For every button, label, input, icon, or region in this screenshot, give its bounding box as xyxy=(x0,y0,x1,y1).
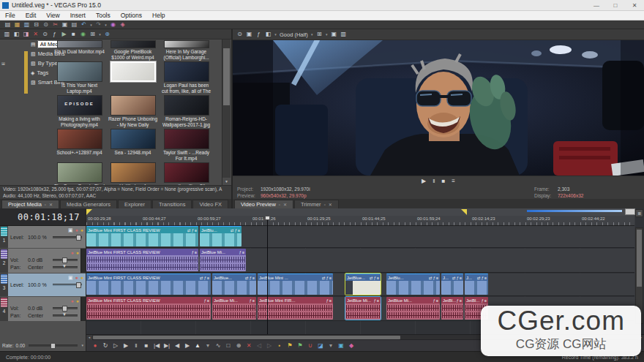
search-icon[interactable]: ⊕ xyxy=(102,30,112,39)
scroll-indicator-box[interactable] xyxy=(625,208,635,215)
tree-item-media-bins[interactable]: ▧Media Bins xyxy=(0,49,53,59)
menu-view[interactable]: View xyxy=(41,11,64,20)
track-header-1[interactable]: 1▣●●Level:100.0 % xyxy=(0,226,86,248)
media-item[interactable]: Taylor Swift - ...Ready For It.mp4 xyxy=(160,128,213,162)
timeline-event[interactable]: JetBlue Mi...ƒ≡ xyxy=(345,297,381,320)
delete-button[interactable]: ✕ xyxy=(244,340,254,352)
external-monitor-icon[interactable]: ▣ xyxy=(244,30,254,39)
render-as-icon[interactable]: ⊟ xyxy=(31,20,41,29)
next-frame-button[interactable]: ▶ xyxy=(182,340,192,352)
media-item[interactable]: Logan Paul has been cut from, like, all … xyxy=(160,61,213,94)
event-menu-icon[interactable]: ≡ xyxy=(207,298,209,303)
remove-media-icon[interactable]: ✕ xyxy=(31,30,40,39)
go-to-start-button[interactable]: |◀ xyxy=(151,340,162,352)
preview-menu-button[interactable]: ≡ xyxy=(452,176,455,186)
auto-preview-icon[interactable]: ◉ xyxy=(78,30,88,39)
loop-region-start-marker[interactable] xyxy=(86,209,92,215)
event-menu-icon[interactable]: ≡ xyxy=(436,276,438,280)
rate-control[interactable]: Rate: 0.00 ▾ xyxy=(2,341,83,350)
event-fx-icon[interactable]: ƒ xyxy=(192,228,194,233)
event-menu-icon[interactable]: ≡ xyxy=(377,298,379,303)
scroll-left-icon[interactable]: ◂ xyxy=(86,335,92,340)
mute-button[interactable]: ● xyxy=(71,249,74,256)
timeline-event[interactable]: J...⇄ƒ≡ xyxy=(465,274,488,295)
vol-slider[interactable] xyxy=(53,259,78,261)
pan-crop-icon[interactable]: ⇄ xyxy=(452,276,456,280)
play-button[interactable]: ▶ xyxy=(121,340,131,352)
split-screen-icon[interactable]: ◧ xyxy=(263,30,273,39)
dock-icon[interactable]: ▫ xyxy=(45,203,46,207)
playhead-cursor[interactable] xyxy=(267,216,268,334)
pan-crop-icon[interactable]: ⇄ xyxy=(231,228,234,233)
event-fx-icon[interactable]: ƒ xyxy=(433,276,435,280)
event-fx-icon[interactable]: ƒ xyxy=(374,298,376,303)
timeline-event[interactable]: JetBlue Mi...ƒ≡ xyxy=(212,297,256,320)
solo-button[interactable]: ● xyxy=(76,298,79,304)
event-fx-icon[interactable]: ƒ xyxy=(457,298,459,303)
composite-mode-icon[interactable]: ▣ xyxy=(68,227,73,233)
pan-crop-icon[interactable]: ⇄ xyxy=(370,276,373,280)
solo-button[interactable]: ● xyxy=(80,274,83,281)
media-item[interactable]: Sea - 12948.mp4 xyxy=(106,128,160,162)
media-item[interactable] xyxy=(106,61,160,94)
hscrollbar-thumb[interactable] xyxy=(93,336,400,339)
insert-marker-button[interactable]: ⚑ xyxy=(285,340,295,352)
tab-video-preview[interactable]: Video Preview▫✕ xyxy=(234,200,293,208)
selection-tool-button[interactable]: □ xyxy=(223,340,233,352)
project-video-properties-icon[interactable]: ⊙ xyxy=(235,30,244,39)
dock-icon[interactable]: ▫ xyxy=(324,203,326,207)
pan-crop-icon[interactable]: ⇄ xyxy=(200,276,203,280)
timeline-event[interactable]: JetBlue Mi...ƒ≡ xyxy=(200,249,246,271)
close-icon[interactable]: ✕ xyxy=(49,202,53,207)
event-menu-icon[interactable]: ≡ xyxy=(252,276,255,280)
preview-quality-dropdown[interactable]: Good (Half) xyxy=(280,31,308,38)
event-menu-icon[interactable]: ≡ xyxy=(377,276,379,280)
interactive-tutorials-icon[interactable]: ◉ xyxy=(108,20,118,29)
event-fx-icon[interactable]: ƒ xyxy=(250,298,252,303)
mute-button[interactable]: ● xyxy=(75,227,78,233)
track-lane-2[interactable]: JetBlue Mint FIRST CLASS REVIEWƒ≡JetBlue… xyxy=(86,249,634,273)
event-fx-icon[interactable]: ƒ xyxy=(204,298,206,303)
menu-help[interactable]: Help xyxy=(147,11,170,20)
event-menu-icon[interactable]: ≡ xyxy=(329,298,332,303)
pan-slider[interactable]: ▼ xyxy=(53,314,78,317)
media-item[interactable]: wwe_seth_rollins_8th_wal xyxy=(160,162,213,185)
lock-button[interactable]: ▪ xyxy=(274,340,285,352)
pan-crop-icon[interactable]: ⇄ xyxy=(187,228,191,233)
timeline-event[interactable]: JetBlue...⇄ƒ≡ xyxy=(212,274,256,295)
get-photo-icon[interactable]: ◨ xyxy=(21,30,31,39)
timeline-event[interactable]: J...⇄ƒ≡ xyxy=(441,274,463,295)
timeline-event[interactable]: JetBl...ƒ≡ xyxy=(441,297,463,320)
timeline-event[interactable]: JetBlue Mint FIRST CLASS REVIEW⇄ƒ≡ xyxy=(86,226,198,246)
pan-crop-icon[interactable]: ⇄ xyxy=(245,276,249,280)
close-icon[interactable]: ✕ xyxy=(329,202,332,207)
import-media-icon[interactable]: ▥ xyxy=(2,30,12,39)
event-menu-icon[interactable]: ≡ xyxy=(207,276,209,280)
timeline-event[interactable]: JetBlue Mint FIR...ƒ≡ xyxy=(258,297,333,320)
stop-button[interactable]: ■ xyxy=(441,176,445,186)
media-scrollbar[interactable]: ▼ xyxy=(222,39,231,185)
tab-transitions[interactable]: Transitions xyxy=(152,200,192,208)
solo-button[interactable]: ● xyxy=(80,227,83,233)
media-item[interactable]: Razer Phone Unboxing - My New Daily Driv… xyxy=(106,94,160,128)
preview-quality-caret[interactable]: ▾ xyxy=(310,30,315,39)
tree-item-tags[interactable]: ◈Tags xyxy=(0,68,53,78)
event-menu-icon[interactable]: ≡ xyxy=(195,250,197,254)
event-fx-icon[interactable]: ƒ xyxy=(433,298,435,303)
event-fx-icon[interactable]: ƒ xyxy=(250,276,252,280)
timeline-event[interactable]: JetBlue Mint FIRST CLASS REVIEWƒ≡ xyxy=(86,249,198,271)
event-menu-icon[interactable]: ≡ xyxy=(238,228,240,233)
redo-icon-caret[interactable]: ▾ xyxy=(103,20,108,29)
media-item[interactable]: Here In My Garage (Official) Lamborghi..… xyxy=(160,39,213,61)
track-header-4[interactable]: 4●●Vol:0.0 dBPan:Center▼ xyxy=(0,297,86,321)
media-properties-icon[interactable]: ⊙ xyxy=(40,30,50,39)
event-menu-icon[interactable]: ≡ xyxy=(252,298,255,303)
level-slider[interactable] xyxy=(53,236,82,238)
zoom-tool-button[interactable]: ⊕ xyxy=(233,340,244,352)
views-icon-caret[interactable]: ▾ xyxy=(97,30,102,39)
redo-icon[interactable]: ↷ xyxy=(94,20,103,29)
timeline-event[interactable]: JetBlue Mi...ƒ≡ xyxy=(386,297,440,320)
event-fx-icon[interactable]: ƒ xyxy=(326,276,329,280)
tab-project-media[interactable]: Project Media▫✕ xyxy=(1,200,59,208)
event-fx-icon[interactable]: ƒ xyxy=(482,276,484,280)
